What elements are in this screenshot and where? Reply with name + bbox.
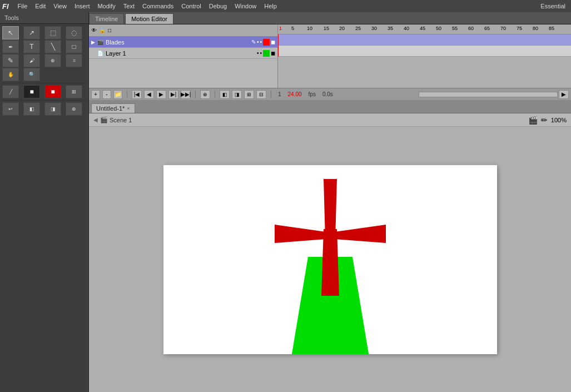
tool-zoom[interactable]: 🔍 (23, 68, 40, 81)
prev-frame-btn[interactable]: ◀ (144, 90, 154, 99)
menu-help[interactable]: Help (261, 2, 280, 11)
layer-expand-icon: ▶ (91, 39, 95, 45)
tool-deco[interactable]: ⊕ (44, 54, 61, 67)
snap-btn[interactable]: ⊕ (200, 90, 210, 99)
onion-skin-btn[interactable]: ◧ (220, 90, 230, 99)
ruler-85: 85 (549, 26, 554, 31)
layer-dot1: • (257, 39, 259, 45)
tool-line[interactable]: ╲ (44, 40, 61, 53)
doc-tab-label: Untitled-1* (96, 105, 125, 112)
tool-rect[interactable]: □ (66, 40, 82, 53)
go-last-btn[interactable]: ▶▶| (181, 90, 191, 99)
layer1-type-icon: 📄 (97, 51, 103, 56)
delete-layer-btn[interactable]: - (102, 90, 111, 99)
menu-text[interactable]: Text (120, 2, 138, 11)
tool-subselect[interactable]: ↗ (23, 26, 40, 39)
tab-timeline[interactable]: Timeline (89, 13, 124, 24)
stage-container: Untitled-1* × ◀ 🎬 Scene 1 🎬 ✏ 100% (89, 101, 571, 392)
tool-snap[interactable]: ↩ (2, 102, 19, 116)
tool-pencil[interactable]: ✎ (2, 54, 19, 67)
menu-debug[interactable]: Debug (206, 2, 230, 11)
menu-edit[interactable]: Edit (32, 2, 49, 11)
menu-insert[interactable]: Insert (71, 2, 93, 11)
tool-pen[interactable]: ✒ (2, 40, 19, 53)
blade-hub (324, 229, 337, 242)
tool-lasso[interactable]: ◌ (66, 26, 82, 39)
menu-file[interactable]: File (14, 2, 31, 11)
ruler-55: 55 (452, 26, 458, 31)
ruler-65: 65 (484, 26, 490, 31)
windmill (275, 179, 386, 354)
breadcrumb-icons: 🎬 ✏ 100% (528, 116, 567, 125)
tool-text[interactable]: T (23, 40, 40, 53)
layer-row-layer1[interactable]: ▶ 📄 Layer 1 • • ◼ (89, 48, 277, 59)
tool-opt3[interactable]: ⊗ (66, 102, 82, 116)
timeline-scrollbar[interactable] (419, 92, 558, 97)
outline-icon[interactable]: □ (108, 27, 111, 33)
menu-commands[interactable]: Commands (139, 2, 177, 11)
eye-icon[interactable]: 👁 (91, 27, 97, 33)
ruler-75: 75 (517, 26, 522, 31)
edit-multi-frame-btn[interactable]: ⊞ (244, 90, 254, 99)
timeline-tabs: Timeline Motion Editor (89, 12, 571, 24)
ruler-15: 15 (324, 26, 329, 31)
tool-stroke-pencil[interactable]: ╱ (2, 85, 19, 98)
ruler-5: 5 (291, 26, 294, 31)
tool-transform[interactable]: ⬚ (44, 26, 61, 39)
ruler-80: 80 (533, 26, 538, 31)
next-frame-btn[interactable]: ▶| (168, 90, 178, 99)
stage (89, 127, 571, 392)
tab-motion-editor[interactable]: Motion Editor (125, 13, 173, 24)
menu-window[interactable]: Window (231, 2, 260, 11)
time-display: 0.0s (322, 91, 333, 97)
breadcrumb-back-arrow[interactable]: ◀ (93, 117, 98, 123)
tool-bone[interactable]: ⌗ (66, 54, 82, 67)
tools-label: Tools (0, 12, 88, 24)
frame-indicator: 1 (279, 26, 282, 31)
camera-icon[interactable]: 🎬 (528, 116, 538, 125)
ruler-40: 40 (404, 26, 409, 31)
layer1-color (263, 50, 270, 57)
ruler-45: 45 (420, 26, 425, 31)
tool-opt1[interactable]: ◧ (23, 102, 40, 116)
separator3 (215, 91, 215, 98)
separator4 (271, 91, 271, 98)
onion-skin-outline-btn[interactable]: ◨ (232, 90, 242, 99)
ruler-20: 20 (339, 26, 345, 31)
frame-row-blades[interactable] (278, 34, 571, 46)
menu-control[interactable]: Control (178, 2, 204, 11)
lock-icon[interactable]: 🔒 (99, 27, 106, 33)
ruler-35: 35 (388, 26, 393, 31)
menu-view[interactable]: View (50, 2, 70, 11)
go-first-btn[interactable]: |◀ (132, 90, 142, 99)
layer-controls-layer1: • • ◼ (257, 50, 275, 57)
tool-hand[interactable]: ✋ (2, 68, 19, 81)
ruler-30: 30 (371, 26, 377, 31)
add-layer-btn[interactable]: + (91, 90, 100, 99)
layer-row-blades[interactable]: ▶ 🎬 Blades ✎ • • ◼ (89, 37, 277, 48)
frame-row-layer1[interactable] (278, 46, 571, 57)
timeline-area: Timeline Motion Editor 👁 🔒 □ ▶ 🎬 (89, 12, 571, 101)
frames-area[interactable]: 1 5 10 15 20 25 30 35 40 45 50 55 (278, 24, 571, 88)
layer1-dot2: • (260, 50, 262, 56)
onion-skin-settings-btn[interactable]: ⊟ (256, 90, 266, 99)
tool-stroke-black[interactable]: ■ (23, 85, 40, 98)
scroll-right-btn[interactable]: ▶ (559, 90, 569, 99)
layer-edit-icon[interactable]: ✎ (251, 39, 256, 45)
menu-modify[interactable]: Modify (94, 2, 118, 11)
play-btn[interactable]: ▶ (156, 90, 166, 99)
ruler-25: 25 (355, 26, 361, 31)
playhead (278, 34, 279, 57)
doc-tab-close-btn[interactable]: × (127, 106, 130, 111)
tool-select[interactable]: ↖ (2, 26, 19, 39)
doc-tab-untitled[interactable]: Untitled-1* × (91, 103, 135, 113)
breadcrumb-scene[interactable]: 🎬 Scene 1 (100, 116, 132, 123)
tool-opt2[interactable]: ◨ (44, 102, 61, 116)
layer-controls-blades: ✎ • • ◼ (251, 39, 275, 46)
tool-fill-red[interactable]: ■ (44, 85, 61, 98)
add-folder-btn[interactable]: 📁 (113, 90, 122, 99)
tool-options[interactable]: ⊞ (66, 85, 82, 98)
edit-scene-icon[interactable]: ✏ (541, 116, 548, 125)
tool-brush[interactable]: 🖌 (23, 54, 40, 67)
timeline-content: 👁 🔒 □ ▶ 🎬 Blades ✎ • • (89, 24, 571, 88)
